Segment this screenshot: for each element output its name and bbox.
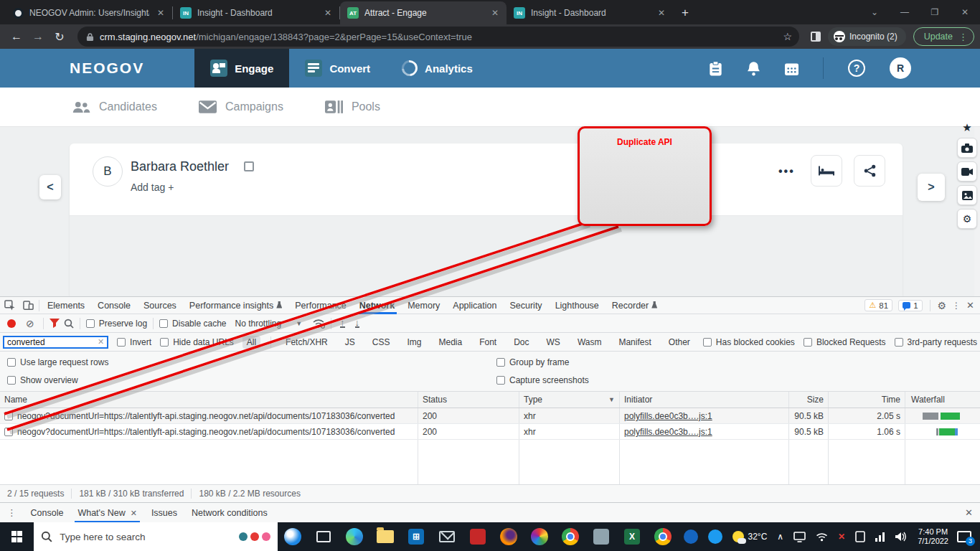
calendar-icon[interactable] [785, 62, 798, 75]
device-toolbar-icon[interactable] [19, 300, 37, 311]
extension-settings-button[interactable]: ⚙ [957, 209, 977, 229]
devtools-settings-icon[interactable]: ⚙ [938, 300, 947, 311]
filter-type-js[interactable]: JS [341, 336, 359, 349]
preserve-log-checkbox[interactable]: Preserve log [86, 319, 147, 329]
checkbox[interactable] [895, 338, 903, 347]
browser-tab-insight-1[interactable]: IN Insight - Dashboard ✕ [173, 1, 339, 24]
show-overview-checkbox[interactable]: Show overview [7, 375, 78, 385]
window-minimize-button[interactable]: — [890, 7, 920, 17]
search-network-icon[interactable] [64, 319, 74, 329]
checkbox[interactable] [496, 358, 505, 367]
devtools-tab-recorder[interactable]: Recorder [606, 297, 664, 314]
checkbox[interactable] [7, 376, 16, 385]
neogov-logo[interactable]: NEOGOV [70, 60, 144, 77]
filter-type-img[interactable]: Img [402, 336, 425, 349]
inspect-element-icon[interactable] [0, 300, 19, 311]
devtools-tab-lighthouse[interactable]: Lighthouse [549, 297, 606, 314]
drawer-tab-whats-new[interactable]: What's New ✕ [70, 503, 144, 523]
checkbox[interactable] [159, 319, 168, 328]
tasks-clipboard-icon[interactable] [709, 61, 722, 76]
import-har-icon[interactable]: ↑ [340, 319, 345, 328]
user-avatar[interactable]: R [890, 57, 911, 79]
back-button[interactable]: ← [6, 30, 27, 43]
firefox-icon[interactable] [494, 522, 524, 551]
checkbox[interactable] [117, 338, 126, 347]
blocked-requests-checkbox[interactable]: Blocked Requests [804, 337, 886, 347]
subnav-pools[interactable]: Pools [325, 100, 380, 113]
filter-type-css[interactable]: CSS [368, 336, 395, 349]
antivirus-tray-icon[interactable]: ✕ [833, 522, 850, 551]
devtools-tab-performance-insights[interactable]: Performance insights [183, 297, 288, 314]
filter-type-wasm[interactable]: Wasm [573, 336, 606, 349]
drawer-close-icon[interactable]: ✕ [965, 507, 973, 518]
tablet-tray-icon[interactable] [850, 522, 870, 551]
drawer-tab-network-conditions[interactable]: Network conditions [184, 503, 275, 523]
checkbox[interactable] [496, 376, 505, 385]
filter-text-field[interactable] [7, 337, 98, 347]
action-center-icon[interactable]: 3 [957, 531, 971, 542]
column-header-name[interactable]: Name [0, 392, 418, 408]
checkbox[interactable] [86, 319, 95, 328]
weather-widget[interactable]: 32°C [727, 522, 773, 551]
request-name[interactable]: neogov?documentUrl=https://talentlyft-ap… [17, 424, 395, 439]
throttling-dropdown[interactable]: No throttling ▼ [235, 319, 302, 329]
request-name[interactable]: neogov?documentUrl=https://talentlyft-ap… [17, 408, 395, 423]
devtools-tab-performance[interactable]: Performance [288, 297, 353, 314]
drawer-kebab-icon[interactable]: ⋮ [7, 507, 17, 518]
search-app-tray-icon[interactable] [679, 522, 703, 551]
table-row[interactable]: neogov?documentUrl=https://talentlyft-ap… [0, 424, 980, 440]
column-header-time[interactable]: Time [829, 392, 905, 408]
next-candidate-button[interactable]: > [918, 174, 945, 201]
window-maximize-button[interactable]: ❐ [920, 7, 950, 17]
taskbar-search-box[interactable]: Type here to search [34, 522, 277, 551]
file-explorer-icon[interactable] [370, 522, 401, 551]
checkbox[interactable] [804, 338, 812, 347]
column-header-waterfall[interactable]: Waterfall [905, 392, 980, 408]
filter-type-fetch-xhr[interactable]: Fetch/XHR [281, 336, 332, 349]
volume-tray-icon[interactable] [890, 522, 912, 551]
window-close-button[interactable]: ✕ [950, 7, 980, 17]
column-header-status[interactable]: Status [418, 392, 519, 408]
tab-close-icon[interactable]: ✕ [322, 7, 334, 19]
checkbox[interactable] [160, 338, 169, 347]
devtools-tab-application[interactable]: Application [446, 297, 503, 314]
excel-icon[interactable]: X [617, 522, 648, 551]
filter-type-media[interactable]: Media [434, 336, 466, 349]
extension-star-icon[interactable]: ★ [962, 121, 971, 134]
devtools-close-icon[interactable]: ✕ [966, 300, 974, 311]
help-icon[interactable]: ? [848, 60, 865, 77]
filter-type-font[interactable]: Font [475, 336, 501, 349]
devtools-tab-sources[interactable]: Sources [137, 297, 183, 314]
microsoft-store-icon[interactable]: ⊞ [401, 522, 432, 551]
add-tag-button[interactable]: Add tag + [131, 182, 174, 193]
checkbox[interactable] [703, 338, 712, 347]
more-options-button[interactable]: ••• [778, 165, 795, 178]
display-tray-icon[interactable] [788, 522, 811, 551]
search-highlights-icon[interactable] [239, 532, 270, 541]
new-tab-button[interactable]: + [682, 6, 689, 20]
notifications-bell-icon[interactable] [747, 61, 760, 76]
network-conditions-icon[interactable] [312, 318, 325, 329]
tab-close-icon[interactable]: ✕ [489, 7, 501, 19]
tab-close-icon[interactable]: ✕ [155, 7, 166, 19]
devtools-tab-memory[interactable]: Memory [401, 297, 446, 314]
video-record-button[interactable] [957, 161, 977, 182]
color-wheel-app-icon[interactable] [524, 522, 555, 551]
type-filter-caret-icon[interactable]: ▼ [608, 392, 615, 408]
chrome-icon[interactable] [555, 522, 586, 551]
initiator-link[interactable]: polyfills.dee0c3b….js:1 [624, 411, 712, 421]
devtools-kebab-icon[interactable]: ⋮ [952, 301, 961, 311]
has-blocked-cookies-checkbox[interactable]: Has blocked cookies [703, 337, 795, 347]
hide-data-urls-checkbox[interactable]: Hide data URLs [160, 337, 234, 347]
gallery-button[interactable] [957, 185, 977, 205]
row-checkbox[interactable] [4, 428, 13, 436]
export-har-icon[interactable]: ↓ [355, 319, 360, 328]
filter-clear-icon[interactable]: ✕ [98, 337, 104, 347]
browser-kebab-icon[interactable]: ⋮ [958, 32, 968, 42]
initiator-link[interactable]: polyfills.dee0c3b….js:1 [624, 427, 712, 437]
share-button[interactable] [854, 155, 885, 187]
filter-type-all[interactable]: All [242, 336, 260, 349]
clear-network-log-icon[interactable]: ⊘ [26, 318, 34, 329]
filter-type-doc[interactable]: Doc [509, 336, 533, 349]
browser-tab-neogov-admin[interactable]: NEOGOV Admin: Users/Insight/P ✕ [6, 1, 172, 24]
